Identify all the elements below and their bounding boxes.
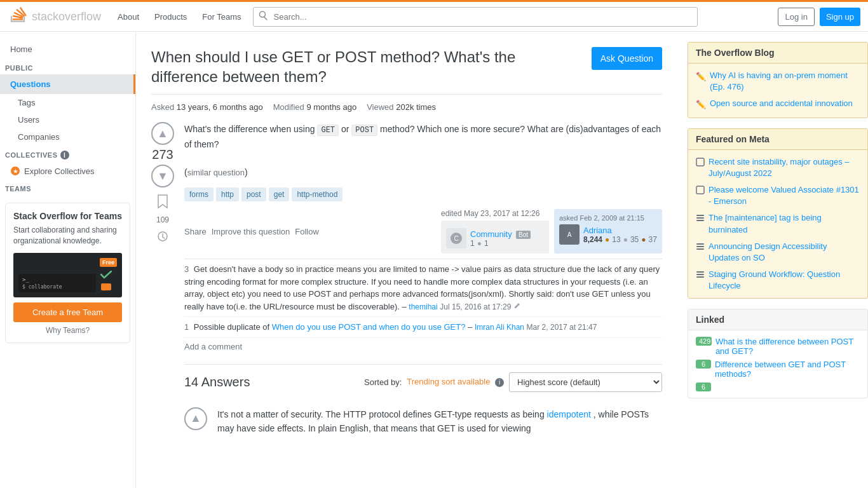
post-actions: Share Improve this question Follow edite… (184, 209, 662, 254)
idempotent-link[interactable]: idempotent (547, 409, 591, 419)
comment-2: 1 Possible duplicate of When do you use … (184, 317, 662, 338)
tag-http[interactable]: http (216, 187, 239, 201)
featured-meta-title: Featured on Meta (688, 129, 867, 150)
nav-about[interactable]: About (111, 8, 146, 25)
signup-button[interactable]: Sign up (820, 8, 860, 26)
tag-post[interactable]: post (241, 187, 266, 201)
ask-question-button[interactable]: Ask Question (592, 47, 662, 70)
question-meta: Asked 13 years, 6 months ago Modified 9 … (151, 102, 662, 112)
sidebar-explore-collectives[interactable]: ★ Explore Collectives (0, 162, 135, 180)
svg-rect-10 (696, 215, 704, 216)
downvote-button[interactable]: ▼ (151, 165, 174, 187)
answer-1-upvote[interactable]: ▲ (184, 407, 207, 430)
meta-item-2: Please welcome Valued Associate #1301 - … (696, 184, 860, 207)
linked-item-1-link[interactable]: What is the difference between POST and … (715, 337, 860, 356)
svg-text:★: ★ (13, 168, 18, 175)
svg-rect-9 (696, 186, 704, 194)
sidebar-item-home[interactable]: Home (0, 39, 135, 59)
why-teams-link[interactable]: Why Teams? (13, 326, 122, 335)
sidebar-item-users[interactable]: Users (0, 111, 135, 128)
meta-item-1-link[interactable]: Recent site instability, major outages –… (709, 156, 860, 179)
svg-text:C: C (454, 235, 458, 242)
upvote-button[interactable]: ▲ (151, 122, 174, 145)
linked-item-1: 429 What is the difference between POST … (696, 337, 860, 356)
history-button[interactable] (153, 227, 172, 246)
teams-terminal: >_ $ collaborate (18, 274, 96, 292)
share-link[interactable]: Share (184, 227, 207, 236)
trending-notice[interactable]: Trending sort available i (407, 377, 504, 387)
asker-name[interactable]: Adriana (583, 226, 612, 235)
nav-for-teams[interactable]: For Teams (196, 8, 247, 25)
tag-http-method[interactable]: http-method (292, 187, 342, 201)
overflow-blog-body: ✏️ Why AI is having an on-prem moment (E… (688, 64, 867, 118)
collectives-info-icon[interactable]: i (60, 151, 69, 159)
asker-avatar: A (559, 224, 580, 245)
linked-item-2-link[interactable]: Difference between GET and POST methods? (715, 360, 860, 379)
bookmark-button[interactable] (153, 190, 172, 213)
sidebar-item-tags[interactable]: Tags (0, 94, 135, 111)
meta-item-4-link[interactable]: Announcing Design Accessibility Updates … (709, 241, 860, 264)
add-comment-link[interactable]: Add a comment (184, 342, 242, 351)
tag-get[interactable]: get (269, 187, 290, 201)
comment-2-text: Possible duplicate of (194, 322, 269, 332)
asker-gold-dot: ● (605, 235, 609, 244)
editor-badges: 1 ● 1 (470, 239, 531, 248)
asker-silver-dot: ● (623, 235, 628, 244)
similar-question-link[interactable]: similar question (187, 168, 245, 177)
question-title: When should I use GET or POST method? Wh… (151, 47, 581, 86)
sorted-by-label: Sorted by: (364, 377, 402, 387)
meta-item-2-icon (696, 186, 705, 198)
comment-1-author[interactable]: themihai (409, 302, 437, 311)
editor-card-info: C Community Bot 1 (446, 228, 544, 248)
teams-promo-box: Stack Overflow for Teams Start collabora… (5, 203, 130, 343)
meta-item-1-icon (696, 158, 705, 170)
sidebar-item-questions[interactable]: Questions (0, 74, 135, 94)
meta-item-3-link[interactable]: The [maintenance] tag is being burninate… (709, 212, 860, 235)
svg-rect-17 (696, 274, 704, 275)
comment-2-author[interactable]: Imran Ali Khan (475, 323, 524, 332)
sort-select[interactable]: Highest score (default) Trending (recent… (509, 372, 662, 392)
sidebar-item-companies[interactable]: Companies (0, 128, 135, 146)
teams-check-icon (100, 269, 112, 280)
collectives-icon: ★ (10, 166, 20, 176)
vote-column: ▲ 273 ▼ 109 (151, 122, 174, 435)
follow-link[interactable]: Follow (295, 227, 319, 236)
editor-name[interactable]: Community (470, 229, 512, 239)
featured-meta-body: Recent site instability, major outages –… (688, 150, 867, 299)
comment-1-vote[interactable]: 3 (184, 264, 189, 274)
asker-bronze-dot: ● (641, 235, 646, 244)
linked-badge-3: 6 (696, 383, 711, 391)
meta-item-2-link[interactable]: Please welcome Valued Associate #1301 - … (709, 184, 860, 207)
trending-info-icon[interactable]: i (495, 378, 504, 387)
login-button[interactable]: Log in (778, 8, 814, 26)
create-team-button[interactable]: Create a free Team (13, 302, 122, 322)
question-body-text: What's the difference when using GET or … (184, 122, 662, 180)
right-sidebar: The Overflow Blog ✏️ Why AI is having an… (677, 32, 868, 488)
comment-2-vote[interactable]: 1 (184, 322, 189, 332)
svg-rect-2 (101, 283, 111, 290)
blog-item-2-link[interactable]: Open source and accidental innovation (710, 98, 853, 109)
meta-item-3: The [maintenance] tag is being burninate… (696, 212, 860, 235)
nav-products[interactable]: Products (148, 8, 193, 25)
modified-label: Modified 9 months ago (273, 102, 357, 112)
asker-card-label: asked Feb 2, 2009 at 21:15 (559, 214, 657, 222)
answers-sort: Sorted by: Trending sort available i Hig… (364, 372, 662, 392)
teams-promo-title: Stack Overflow for Teams (13, 211, 122, 221)
site-header: stackoverflow About Products For Teams L… (0, 0, 868, 32)
stackoverflow-logo-icon (8, 6, 28, 27)
svg-rect-15 (696, 248, 704, 250)
answer-1: ▲ It's not a matter of security. The HTT… (184, 400, 662, 436)
logo[interactable]: stackoverflow (8, 6, 101, 27)
overflow-blog-widget: The Overflow Blog ✏️ Why AI is having an… (688, 42, 868, 118)
svg-rect-11 (696, 217, 704, 219)
blog-item-1-link[interactable]: Why AI is having an on-prem moment (Ep. … (710, 70, 860, 93)
improve-link[interactable]: Improve this question (212, 227, 290, 236)
meta-item-5-link[interactable]: Staging Ground Workflow: Question Lifecy… (709, 269, 860, 292)
search-icon (258, 10, 269, 24)
comment-2-link[interactable]: When do you use POST and when do you use… (272, 322, 466, 332)
asked-label: Asked 13 years, 6 months ago (151, 102, 263, 112)
linked-item-2: 6 Difference between GET and POST method… (696, 360, 860, 379)
search-input[interactable] (253, 7, 698, 27)
main-content: When should I use GET or POST method? Wh… (136, 32, 677, 488)
tag-forms[interactable]: forms (184, 187, 214, 201)
